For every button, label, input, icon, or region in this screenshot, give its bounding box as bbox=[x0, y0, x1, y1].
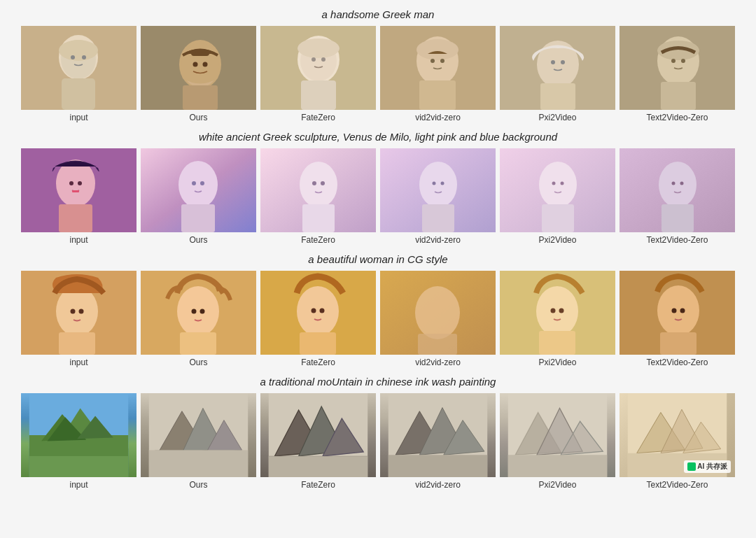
svg-point-37 bbox=[681, 59, 685, 63]
image-cell: FateZero bbox=[260, 271, 376, 367]
label-r1c3: FateZero bbox=[301, 113, 335, 122]
svg-rect-23 bbox=[419, 80, 456, 110]
section1-title: a handsome Greek man bbox=[21, 8, 735, 20]
label-r4c3: FateZero bbox=[301, 480, 335, 490]
section3-title: a beautiful woman in CG style bbox=[21, 253, 735, 265]
svg-rect-29 bbox=[540, 83, 575, 110]
svg-point-80 bbox=[297, 286, 339, 337]
svg-point-60 bbox=[539, 162, 577, 208]
svg-rect-43 bbox=[72, 190, 79, 192]
svg-point-19 bbox=[312, 57, 316, 62]
svg-point-67 bbox=[672, 182, 676, 185]
image-r4c3 bbox=[260, 393, 376, 477]
image-r2c6 bbox=[620, 148, 735, 232]
image-cell: Text2Video-Zero bbox=[620, 271, 735, 367]
watermark: AI 共存派 bbox=[684, 460, 731, 473]
svg-point-45 bbox=[178, 161, 218, 208]
section-greek-man: a handsome Greek man input bbox=[21, 8, 735, 122]
svg-point-65 bbox=[659, 162, 696, 208]
svg-rect-3 bbox=[62, 78, 95, 110]
image-r3c6 bbox=[620, 271, 735, 355]
svg-rect-104 bbox=[29, 456, 128, 477]
svg-rect-94 bbox=[660, 332, 696, 355]
svg-point-85 bbox=[415, 286, 460, 339]
svg-point-88 bbox=[536, 286, 578, 337]
svg-rect-66 bbox=[662, 204, 694, 232]
section2-title: white ancient Greek sculpture, Venus de … bbox=[21, 131, 735, 143]
svg-point-53 bbox=[321, 181, 325, 185]
svg-rect-121 bbox=[388, 455, 487, 477]
section1-row: input bbox=[21, 26, 735, 122]
svg-rect-56 bbox=[422, 204, 454, 232]
label-r1c2: Ours bbox=[189, 113, 207, 122]
image-cell: Pxi2Video bbox=[500, 271, 615, 367]
svg-point-25 bbox=[430, 59, 435, 63]
svg-point-41 bbox=[69, 181, 74, 185]
svg-point-48 bbox=[200, 181, 204, 185]
image-r4c4 bbox=[380, 393, 496, 477]
image-cell: Text2Video-Zero bbox=[620, 148, 735, 245]
image-cell: Ours bbox=[141, 148, 256, 245]
svg-point-77 bbox=[192, 309, 197, 314]
svg-point-90 bbox=[551, 309, 556, 313]
label-r2c6: Text2Video-Zero bbox=[647, 235, 708, 245]
label-r1c6: Text2Video-Zero bbox=[647, 113, 708, 122]
label-r1c5: Pxi2Video bbox=[539, 113, 577, 122]
svg-point-96 bbox=[680, 309, 685, 313]
image-r1c3 bbox=[260, 26, 376, 110]
image-r1c5 bbox=[500, 26, 615, 110]
image-cell: input bbox=[21, 393, 136, 490]
image-r4c6: AI 共存派 bbox=[620, 393, 735, 477]
svg-point-75 bbox=[177, 286, 219, 337]
svg-point-72 bbox=[71, 309, 76, 314]
image-cell: vid2vid-zero bbox=[380, 26, 496, 122]
svg-point-36 bbox=[671, 59, 676, 63]
svg-point-82 bbox=[312, 309, 316, 313]
image-r2c3 bbox=[260, 148, 376, 232]
svg-rect-51 bbox=[302, 204, 335, 232]
image-cell: FateZero bbox=[260, 393, 376, 490]
svg-rect-76 bbox=[180, 332, 216, 355]
svg-point-50 bbox=[300, 162, 337, 208]
image-cell: Ours bbox=[141, 271, 256, 367]
svg-point-57 bbox=[433, 182, 436, 185]
section4-row: input Ours bbox=[21, 393, 735, 490]
label-r3c4: vid2vid-zero bbox=[415, 358, 461, 367]
svg-point-91 bbox=[559, 309, 564, 313]
image-cell: vid2vid-zero bbox=[380, 393, 496, 490]
image-cell: FateZero bbox=[260, 26, 376, 122]
svg-rect-17 bbox=[301, 80, 336, 110]
svg-rect-61 bbox=[542, 204, 574, 232]
label-r2c1: input bbox=[69, 235, 88, 245]
watermark-text: AI 共存派 bbox=[697, 462, 727, 472]
image-r3c2 bbox=[141, 271, 256, 355]
image-r2c1 bbox=[21, 148, 136, 232]
section-venus: white ancient Greek sculpture, Venus de … bbox=[21, 131, 735, 245]
svg-point-70 bbox=[56, 286, 98, 337]
svg-rect-115 bbox=[269, 456, 368, 477]
image-r1c1 bbox=[21, 26, 136, 110]
label-r4c4: vid2vid-zero bbox=[415, 480, 461, 490]
image-r3c4 bbox=[380, 271, 496, 355]
image-cell: Ours bbox=[141, 26, 256, 122]
label-r2c2: Ours bbox=[189, 235, 207, 245]
image-cell: Pxi2Video bbox=[500, 26, 615, 122]
svg-point-93 bbox=[657, 285, 699, 336]
image-r3c5 bbox=[500, 271, 615, 355]
section-mountain: a traditional moUntain in chinese ink wa… bbox=[21, 376, 735, 490]
image-r3c3 bbox=[260, 271, 376, 355]
image-r4c2 bbox=[141, 393, 256, 477]
image-r1c4 bbox=[380, 26, 496, 110]
label-r4c2: Ours bbox=[189, 480, 207, 490]
section4-title: a traditional moUntain in chinese ink wa… bbox=[21, 376, 735, 388]
image-cell: vid2vid-zero bbox=[380, 148, 496, 245]
label-r3c5: Pxi2Video bbox=[539, 358, 577, 367]
svg-rect-86 bbox=[418, 334, 457, 355]
svg-point-30 bbox=[551, 60, 555, 64]
svg-point-42 bbox=[78, 181, 82, 185]
svg-point-4 bbox=[59, 40, 98, 61]
svg-point-63 bbox=[561, 182, 564, 185]
svg-rect-40 bbox=[59, 204, 92, 232]
image-r3c1 bbox=[21, 271, 136, 355]
label-r3c3: FateZero bbox=[301, 358, 335, 367]
